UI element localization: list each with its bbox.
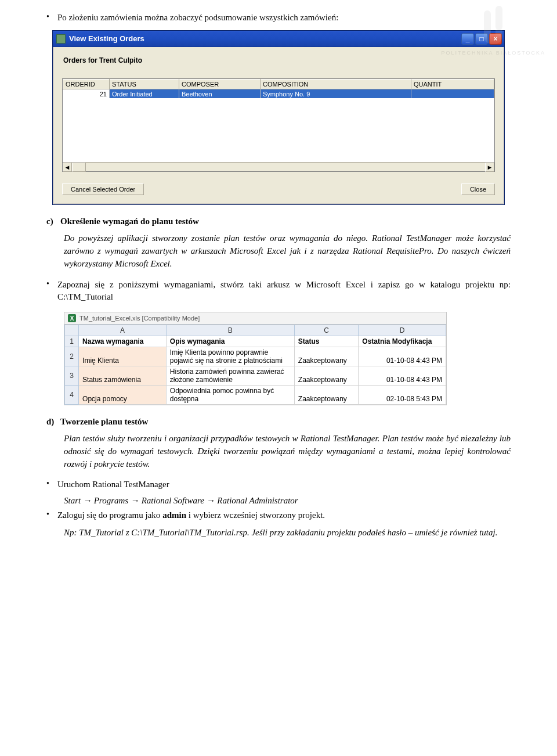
section-c-desc: Do powyższej aplikacji stworzony zostani… bbox=[64, 232, 511, 270]
orders-table: ORDERID STATUS COMPOSER COMPOSITION QUAN… bbox=[62, 78, 495, 172]
arrow-icon: → bbox=[207, 496, 215, 505]
orders-window: View Existing Orders _ □ × Orders for Tr… bbox=[52, 30, 505, 206]
col-orderid[interactable]: ORDERID bbox=[63, 79, 110, 89]
cell-status: Order Initiated bbox=[110, 89, 179, 98]
scroll-thumb[interactable] bbox=[72, 163, 86, 172]
col-D[interactable]: D bbox=[359, 325, 446, 336]
cell-composer: Beethoven bbox=[179, 89, 261, 98]
col-composition[interactable]: COMPOSITION bbox=[261, 79, 411, 89]
paragraph: Uruchom Rational TestManager bbox=[57, 478, 511, 491]
svg-rect-1 bbox=[495, 6, 502, 30]
excel-filename: TM_tutorial_Excel.xls [Compatibility Mod… bbox=[79, 315, 200, 322]
excel-grid: A B C D 1 Nazwa wymagania Opis wymagania… bbox=[64, 325, 446, 405]
scroll-right-button[interactable]: ► bbox=[485, 163, 494, 172]
close-window-button[interactable]: Close bbox=[461, 183, 495, 195]
scroll-track[interactable] bbox=[86, 163, 485, 171]
cell-qty bbox=[411, 89, 494, 98]
col-C[interactable]: C bbox=[294, 325, 359, 336]
section-letter-c: c) bbox=[46, 217, 60, 226]
col-status[interactable]: STATUS bbox=[110, 79, 179, 89]
select-all-corner[interactable] bbox=[65, 325, 79, 336]
section-title-d: Tworzenie planu testów bbox=[60, 417, 148, 427]
bullet-icon: • bbox=[46, 509, 49, 520]
arrow-icon: → bbox=[131, 496, 139, 505]
excel-titlebar: X TM_tutorial_Excel.xls [Compatibility M… bbox=[64, 312, 446, 325]
col-A[interactable]: A bbox=[79, 325, 167, 336]
excel-window: X TM_tutorial_Excel.xls [Compatibility M… bbox=[64, 312, 447, 405]
cancel-order-button[interactable]: Cancel Selected Order bbox=[62, 183, 144, 195]
col-quantity[interactable]: QUANTIT bbox=[411, 79, 494, 89]
cell-orderid: 21 bbox=[63, 89, 110, 98]
cell-composition: Symphony No. 9 bbox=[261, 89, 411, 98]
row-num[interactable]: 4 bbox=[65, 386, 79, 405]
horizontal-scrollbar[interactable]: ◄ ► bbox=[63, 162, 494, 171]
excel-row[interactable]: 2 Imię Klienta Imię Klienta powinno popr… bbox=[65, 347, 446, 366]
bullet-icon: • bbox=[46, 279, 49, 289]
paragraph: Zapoznaj się z poniższymi wymaganiami, s… bbox=[57, 279, 511, 304]
window-title: View Existing Orders bbox=[69, 34, 461, 43]
col-composer[interactable]: COMPOSER bbox=[179, 79, 261, 89]
section-d-desc: Plan testów służy tworzeniu i organizacj… bbox=[64, 433, 511, 470]
excel-row[interactable]: 4 Opcja pomocy Odpowiednia pomoc powinna… bbox=[65, 386, 446, 405]
window-app-icon bbox=[56, 34, 66, 44]
paragraph: Zaloguj się do programu jako admin i wyb… bbox=[57, 509, 511, 522]
section-letter-d: d) bbox=[46, 417, 60, 427]
section-title-c: Określenie wymagań do planu testów bbox=[60, 217, 199, 226]
col-B[interactable]: B bbox=[166, 325, 294, 336]
excel-icon: X bbox=[68, 314, 76, 322]
start-menu-path: Start → Programs → Rational Software → R… bbox=[64, 496, 511, 506]
excel-row[interactable]: 1 Nazwa wymagania Opis wymagania Status … bbox=[65, 336, 446, 347]
row-num[interactable]: 3 bbox=[65, 366, 79, 386]
watermark-logo: POLITECHNIKA BIAŁOSTOCKA bbox=[442, 6, 545, 56]
orders-for-label: Orders for Trent Culpito bbox=[63, 56, 495, 64]
bullet-icon: • bbox=[46, 12, 49, 22]
table-row[interactable]: 21 Order Initiated Beethoven Symphony No… bbox=[63, 89, 494, 98]
login-note: Np: TM_Tutorial z C:\TM_Tutorial\TM_Tuto… bbox=[64, 527, 511, 539]
arrow-icon: → bbox=[83, 496, 92, 505]
titlebar: View Existing Orders _ □ × bbox=[53, 31, 504, 47]
excel-row[interactable]: 3 Status zamówienia Historia zamówień po… bbox=[65, 366, 446, 386]
scroll-left-button[interactable]: ◄ bbox=[63, 163, 72, 172]
bullet-icon: • bbox=[46, 478, 49, 489]
row-num[interactable]: 1 bbox=[65, 336, 79, 347]
row-num[interactable]: 2 bbox=[65, 347, 79, 366]
table-empty-area bbox=[63, 98, 494, 162]
